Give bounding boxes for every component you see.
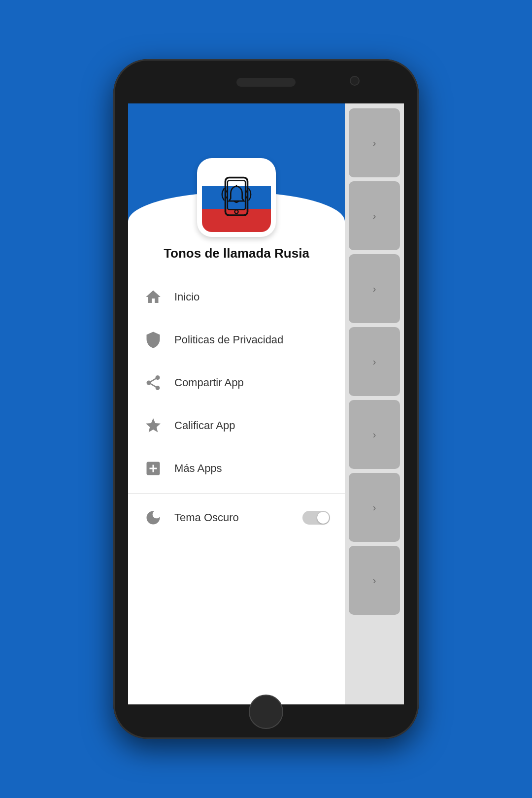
share-icon (143, 372, 164, 393)
menu-label-mas-apps: Más Apps (174, 462, 222, 475)
phone-home-button[interactable] (249, 695, 283, 729)
menu-item-mas-apps[interactable]: Más Apps (128, 447, 345, 490)
menu-divider (128, 493, 345, 494)
menu-label-privacidad: Politicas de Privacidad (174, 333, 283, 346)
menu-item-inicio[interactable]: Inicio (128, 276, 345, 319)
app-icon (197, 158, 276, 237)
home-icon (143, 287, 164, 307)
moon-icon (143, 507, 164, 528)
app-title: Tonos de llamada Rusia (164, 246, 309, 261)
phone-device: Tonos de llamada Rusia Inicio (113, 59, 419, 739)
shield-icon (143, 330, 164, 350)
menu-label-inicio: Inicio (174, 291, 200, 303)
phone-screen: Tonos de llamada Rusia Inicio (128, 103, 404, 704)
list-item[interactable]: › (349, 546, 400, 615)
menu-label-calificar: Calificar App (174, 419, 235, 432)
menu-item-privacidad[interactable]: Politicas de Privacidad (128, 319, 345, 362)
list-item[interactable]: › (349, 181, 400, 250)
menu-list: Inicio Politicas de Privacidad (128, 271, 345, 704)
list-item[interactable]: › (349, 108, 400, 177)
right-panel: › › › › › › › (345, 103, 404, 704)
list-item[interactable]: › (349, 400, 400, 469)
menu-item-tema-oscuro[interactable]: Tema Oscuro (128, 497, 345, 539)
menu-label-compartir: Compartir App (174, 376, 244, 389)
phone-bell-svg (214, 175, 259, 220)
svg-point-3 (234, 210, 238, 213)
drawer-panel: Tonos de llamada Rusia Inicio (128, 103, 345, 704)
menu-item-calificar[interactable]: Calificar App (128, 404, 345, 447)
menu-label-tema-oscuro: Tema Oscuro (174, 511, 239, 524)
phone-speaker (236, 78, 296, 87)
dark-theme-toggle[interactable] (302, 511, 330, 525)
list-item[interactable]: › (349, 473, 400, 542)
list-item[interactable]: › (349, 254, 400, 323)
list-item[interactable]: › (349, 327, 400, 396)
menu-item-compartir[interactable]: Compartir App (128, 362, 345, 404)
drawer-header: Tonos de llamada Rusia (128, 103, 345, 271)
star-icon (143, 415, 164, 436)
phone-camera (350, 76, 360, 86)
toggle-knob (317, 512, 329, 524)
plus-square-icon (143, 458, 164, 479)
